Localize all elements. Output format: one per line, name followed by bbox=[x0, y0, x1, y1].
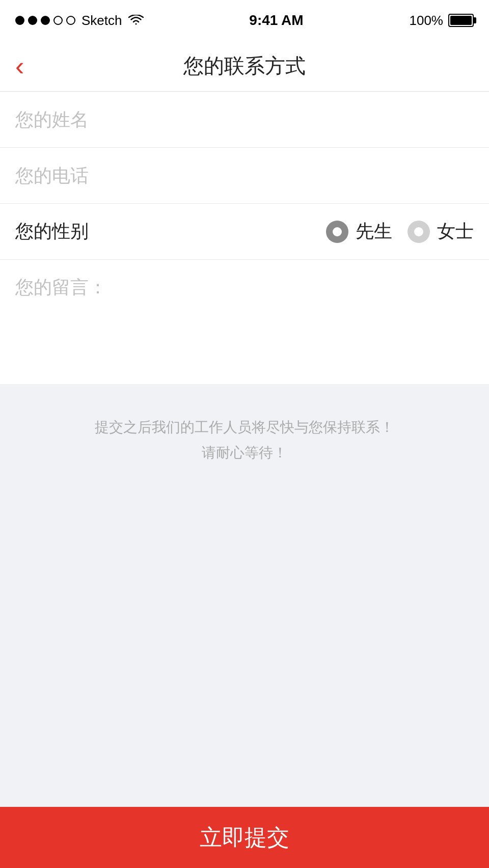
status-right: 100% bbox=[409, 13, 474, 29]
back-button[interactable]: ‹ bbox=[15, 53, 24, 79]
notice-text: 提交之后我们的工作人员将尽快与您保持联系！ 请耐心等待！ bbox=[95, 415, 394, 466]
submit-button-label: 立即提交 bbox=[200, 823, 289, 853]
message-field-row bbox=[0, 260, 489, 384]
gender-options: 先生 女士 bbox=[326, 219, 474, 244]
submit-button[interactable]: 立即提交 bbox=[0, 807, 489, 868]
notice-line1: 提交之后我们的工作人员将尽快与您保持联系！ bbox=[95, 415, 394, 440]
gender-male-label: 先生 bbox=[356, 219, 392, 244]
gender-row: 您的性别 先生 女士 bbox=[0, 204, 489, 260]
radio-female-inner bbox=[414, 227, 423, 236]
phone-field-row bbox=[0, 148, 489, 204]
nav-bar: ‹ 您的联系方式 bbox=[0, 41, 489, 92]
page-title: 您的联系方式 bbox=[183, 52, 306, 80]
notice-line2: 请耐心等待！ bbox=[95, 440, 394, 466]
carrier-label: Sketch bbox=[82, 13, 122, 29]
signal-dots bbox=[15, 16, 75, 25]
signal-dot-4 bbox=[53, 16, 63, 25]
gender-female-option[interactable]: 女士 bbox=[408, 219, 474, 244]
status-time: 9:41 AM bbox=[249, 12, 303, 29]
radio-male[interactable] bbox=[326, 221, 348, 243]
battery-fill bbox=[450, 16, 472, 25]
name-field-row bbox=[0, 92, 489, 148]
radio-female[interactable] bbox=[408, 221, 430, 243]
battery-percent: 100% bbox=[409, 13, 443, 29]
radio-male-inner bbox=[333, 227, 342, 236]
name-input[interactable] bbox=[15, 109, 474, 130]
signal-dot-1 bbox=[15, 16, 24, 25]
status-bar: Sketch 9:41 AM 100% bbox=[0, 0, 489, 41]
signal-dot-3 bbox=[41, 16, 50, 25]
phone-input[interactable] bbox=[15, 165, 474, 186]
gender-male-option[interactable]: 先生 bbox=[326, 219, 392, 244]
status-left: Sketch bbox=[15, 13, 144, 29]
signal-dot-2 bbox=[28, 16, 37, 25]
message-textarea[interactable] bbox=[15, 275, 474, 367]
signal-dot-5 bbox=[66, 16, 75, 25]
gender-female-label: 女士 bbox=[437, 219, 474, 244]
battery-icon bbox=[448, 14, 474, 27]
gray-section: 提交之后我们的工作人员将尽快与您保持联系！ 请耐心等待！ bbox=[0, 384, 489, 807]
wifi-icon bbox=[128, 15, 144, 26]
form-section: 您的性别 先生 女士 bbox=[0, 92, 489, 384]
gender-label: 您的性别 bbox=[15, 219, 326, 244]
